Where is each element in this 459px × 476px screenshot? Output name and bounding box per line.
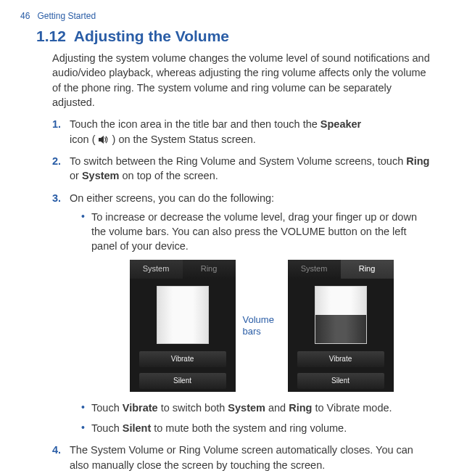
volume-bar-frame (315, 286, 367, 344)
step-text: To switch between the Ring Volume and Sy… (70, 155, 429, 181)
tab-ring: Ring (183, 260, 236, 279)
step-1: 1. Touch the icon area in the title bar … (52, 117, 431, 147)
silent-button: Silent (297, 373, 384, 389)
system-volume-screen: System Ring Vibrate Silent (130, 260, 236, 392)
step-2: 2. To switch between the Ring Volume and… (52, 154, 431, 184)
tab-system: System (130, 260, 183, 279)
section-title: Adjusting the Volume (74, 28, 229, 44)
svg-marker-1 (101, 136, 104, 144)
ring-volume-screen: System Ring Vibrate Silent (288, 260, 394, 392)
tab-ring: Ring (341, 260, 394, 279)
running-header: 46 Getting Started (20, 10, 439, 22)
step-3: 3. On either screens, you can do the fol… (52, 191, 431, 436)
svg-rect-0 (99, 138, 101, 141)
volume-bars-label: Volume bars (243, 314, 281, 337)
chapter-title: Getting Started (37, 11, 96, 21)
vibrate-button: Vibrate (139, 351, 226, 367)
page-number: 46 (20, 11, 30, 21)
silent-button: Silent (139, 373, 226, 389)
step-text: On either screens, you can do the follow… (70, 192, 274, 204)
step-number: 1. (52, 117, 61, 131)
bullet-vibrate: Touch Vibrate to switch both System and … (81, 401, 431, 415)
bullet-drag-volume: To increase or decrease the volume level… (81, 210, 431, 392)
speaker-icon (99, 135, 109, 144)
bullet-silent: Touch Silent to mute both the system and… (81, 421, 431, 435)
sub-bullets: To increase or decrease the volume level… (70, 210, 431, 435)
steps-list: 1. Touch the icon area in the title bar … (52, 117, 431, 472)
step-text: The System Volume or Ring Volume screen … (70, 444, 413, 470)
figure-volume-screens: System Ring Vibrate Silent Volume bars (91, 260, 431, 392)
step-number: 3. (52, 191, 61, 205)
step-4: 4. The System Volume or Ring Volume scre… (52, 443, 431, 472)
step-number: 4. (52, 443, 61, 457)
step-number: 2. (52, 154, 61, 168)
section-heading: 1.12 Adjusting the Volume (36, 25, 439, 46)
tab-system: System (288, 260, 341, 279)
volume-bar-frame (157, 286, 209, 344)
section-number: 1.12 (36, 28, 66, 44)
intro-paragraph: Adjusting the system volume changes the … (52, 51, 431, 110)
vibrate-button: Vibrate (297, 351, 384, 367)
document-page: 46 Getting Started 1.12 Adjusting the Vo… (0, 0, 459, 476)
step-text: Touch the icon area in the title bar and… (70, 118, 361, 144)
